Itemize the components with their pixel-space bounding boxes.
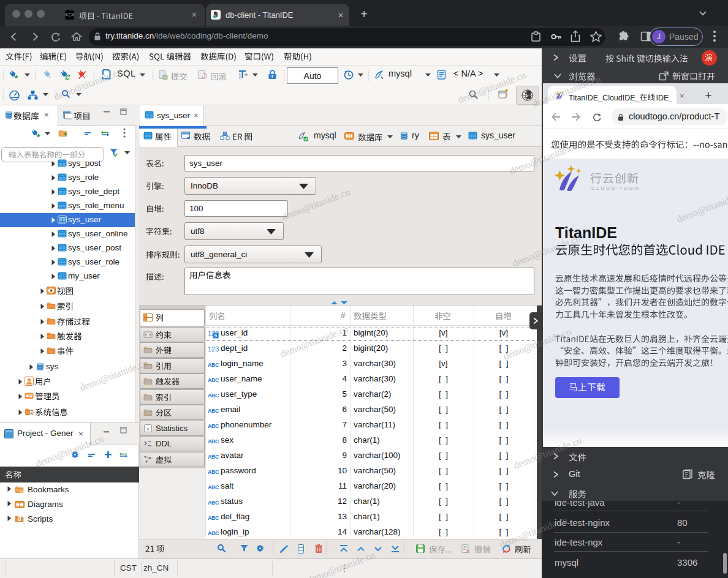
svg-text:ABC: ABC (208, 438, 219, 445)
svg-text:9: 9 (214, 333, 218, 339)
svg-text:ABC: ABC (208, 408, 219, 414)
svg-text:ABC: ABC (208, 484, 219, 490)
svg-text:ABC: ABC (208, 423, 219, 429)
svg-text:ABC: ABC (208, 469, 219, 475)
svg-text:ABC: ABC (208, 454, 219, 460)
svg-text:ABC: ABC (208, 362, 219, 368)
svg-text:ABC: ABC (208, 515, 219, 521)
svg-text:ABC: ABC (208, 377, 219, 383)
svg-text:ABC: ABC (208, 530, 219, 536)
svg-text:ABC: ABC (208, 500, 219, 506)
svg-text:ABC: ABC (208, 392, 219, 399)
svg-text:123: 123 (208, 345, 219, 353)
